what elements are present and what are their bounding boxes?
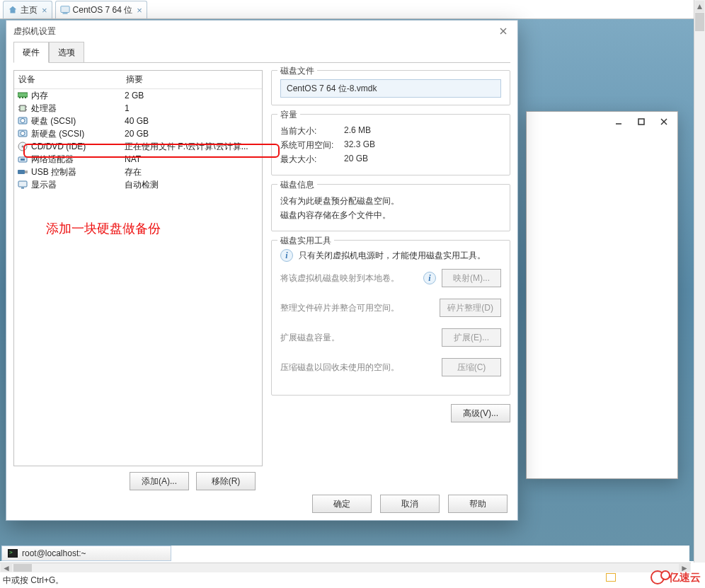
vscroll-thumb[interactable] [695,13,704,31]
background-window [526,111,678,479]
expand-button-label: 扩展(E)... [454,332,489,344]
brand-logo-icon [650,570,665,584]
device-summary: 2 GB [125,91,259,100]
vm-icon [60,5,70,15]
scroll-up-icon[interactable]: ▲ [695,1,704,12]
advanced-button-label: 高级(V)... [463,408,498,420]
remove-button[interactable]: 移除(R) [196,472,256,490]
dialog-titlebar: 虚拟机设置 [6,21,517,42]
cancel-button[interactable]: 取消 [380,495,440,513]
svg-rect-3 [638,119,644,125]
disk-file-field[interactable]: CentOS 7 64 位-8.vmdk [280,79,501,98]
tab-home[interactable]: 主页 × [3,1,52,18]
device-name: 处理器 [31,103,125,115]
hardware-row[interactable]: 显示器自动检测 [14,178,262,191]
dialog-title: 虚拟机设置 [13,25,56,38]
svg-rect-25 [18,170,25,174]
device-name: 内存 [31,90,125,102]
hscroll-track[interactable] [33,563,678,572]
hardware-row[interactable]: USB 控制器存在 [14,166,262,178]
hscroll-thumb[interactable] [13,564,32,572]
dialog-footer: 确定 取消 帮助 [6,495,517,513]
device-summary: 自动检测 [125,179,259,191]
usb-icon [17,168,28,175]
tab-home-label: 主页 [21,4,38,16]
util-note: 只有关闭虚拟机电源时，才能使用磁盘实用工具。 [299,250,501,262]
max-size-label: 最大大小: [280,154,344,166]
group-disk-info-title: 磁盘信息 [277,179,317,191]
compact-desc: 压缩磁盘以回收未使用的空间。 [280,362,442,374]
horizontal-scrollbar[interactable]: ◄ ► [0,563,691,572]
disk-info-line-2: 磁盘内容存储在多个文件中。 [280,209,501,221]
disk-info-line-1: 没有为此硬盘预分配磁盘空间。 [280,195,501,207]
col-summary-header: 摘要 [126,74,258,86]
map-desc: 将该虚拟机磁盘映射到本地卷。 [280,272,423,284]
cancel-button-label: 取消 [401,498,418,510]
defrag-desc: 整理文件碎片并整合可用空间。 [280,302,440,314]
hardware-row[interactable]: 内存2 GB [14,89,262,102]
max-size-value: 20 GB [344,154,368,166]
ok-button-label: 确定 [333,498,350,510]
ram-icon [17,92,28,99]
compact-button: 压缩(C) [442,358,501,376]
group-disk-utilities: 磁盘实用工具 i 只有关闭虚拟机电源时，才能使用磁盘实用工具。 将该虚拟机磁盘映… [271,240,510,396]
close-icon[interactable]: × [42,5,47,16]
display-icon [17,180,28,189]
help-button-label: 帮助 [469,498,486,510]
defrag-button-label: 碎片整理(D) [447,302,493,314]
add-button-label: 添加(A)... [142,475,177,488]
svg-point-20 [21,132,25,136]
disk-file-value: CentOS 7 64 位-8.vmdk [287,83,377,95]
svg-rect-24 [21,158,25,161]
minimize-button[interactable] [608,115,629,129]
device-summary: 1 [125,103,259,113]
tab-vm[interactable]: CentOS 7 64 位 × [55,1,147,18]
brand-text: 亿速云 [669,571,701,584]
close-icon[interactable]: × [137,5,142,16]
hardware-row[interactable]: 处理器1 [14,102,262,115]
scroll-left-icon[interactable]: ◄ [1,564,12,572]
hardware-list-header: 设备 摘要 [14,71,262,89]
map-button-label: 映射(M)... [453,272,490,284]
brand-watermark: 亿速云 [650,570,701,584]
compact-button-label: 压缩(C) [457,362,486,374]
dialog-close-button[interactable] [495,24,512,38]
close-button[interactable] [653,115,675,129]
cpu-icon [17,103,28,113]
details-pane: 磁盘文件 CentOS 7 64 位-8.vmdk 容量 当前大小:2.6 MB… [271,70,510,490]
bg-window-titlebar [527,112,677,132]
remove-button-label: 移除(R) [212,475,241,488]
defrag-button: 碎片整理(D) [440,299,501,317]
device-summary: 存在 [125,166,259,178]
advanced-button[interactable]: 高级(V)... [451,404,510,422]
hardware-list[interactable]: 设备 摘要 内存2 GB处理器1硬盘 (SCSI)40 GB新硬盘 (SCSI)… [13,70,263,466]
hardware-row[interactable]: 新硬盘 (SCSI)20 GB [14,127,262,140]
svg-point-18 [21,119,25,123]
svg-rect-28 [21,188,24,189]
ok-button[interactable]: 确定 [312,495,372,513]
terminal-icon [8,549,18,558]
col-device-header: 设备 [18,74,126,86]
tab-options[interactable]: 选项 [49,42,84,63]
help-button[interactable]: 帮助 [448,495,508,513]
svg-rect-1 [62,13,67,13]
add-remove-row: 添加(A)... 移除(R) [13,466,263,490]
status-text: 中或按 Ctrl+G。 [3,575,64,587]
taskbar-item-terminal[interactable]: root@localhost:~ [1,546,171,561]
expand-button: 扩展(E)... [442,328,501,347]
device-name: 新硬盘 (SCSI) [31,128,125,140]
device-summary: 40 GB [125,116,259,126]
add-button[interactable]: 添加(A)... [130,472,189,490]
svg-rect-26 [25,171,28,173]
tab-hardware[interactable]: 硬件 [13,42,49,63]
svg-rect-10 [22,97,23,98]
group-disk-util-title: 磁盘实用工具 [277,235,334,247]
hardware-row[interactable]: 硬盘 (SCSI)40 GB [14,115,262,127]
maximize-button[interactable] [631,115,652,129]
annotation-text: 添加一块硬盘做备份 [46,220,161,237]
info-icon[interactable]: i [423,272,436,284]
group-disk-info: 磁盘信息 没有为此硬盘预分配磁盘空间。 磁盘内容存储在多个文件中。 [271,184,510,231]
vertical-scrollbar[interactable]: ▲ [694,0,705,563]
current-size-label: 当前大小: [280,125,344,137]
current-size-value: 2.6 MB [344,125,371,137]
